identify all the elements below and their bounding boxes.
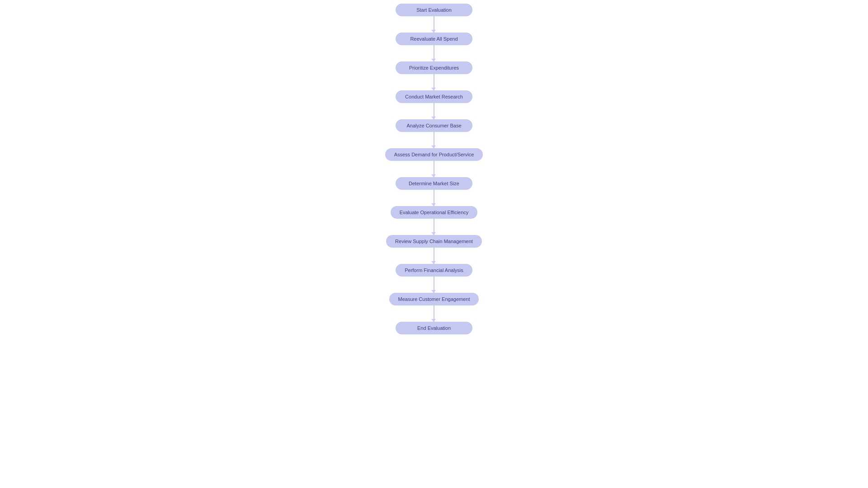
connector-9 (434, 248, 434, 264)
node-review-supply-chain[interactable]: Review Supply Chain Management (386, 235, 482, 248)
node-start-evaluation[interactable]: Start Evaluation (396, 4, 472, 16)
flowchart-container: Start Evaluation Reevaluate All Spend Pr… (0, 0, 868, 488)
node-assess-demand[interactable]: Assess Demand for Product/Service (385, 148, 483, 161)
node-prioritize-expenditures[interactable]: Prioritize Expenditures (396, 61, 472, 74)
node-analyze-consumer-base[interactable]: Analyze Consumer Base (396, 119, 472, 132)
connector-6 (434, 161, 434, 177)
connector-4 (434, 103, 434, 119)
connector-11 (434, 305, 434, 322)
node-determine-market-size[interactable]: Determine Market Size (396, 177, 472, 190)
connector-5 (434, 132, 434, 148)
connector-7 (434, 190, 434, 206)
connector-10 (434, 277, 434, 293)
node-conduct-market-research[interactable]: Conduct Market Research (396, 90, 472, 103)
node-reevaluate-all-spend[interactable]: Reevaluate All Spend (396, 33, 472, 45)
connector-3 (434, 74, 434, 90)
node-evaluate-operational-efficiency[interactable]: Evaluate Operational Efficiency (391, 206, 478, 219)
node-end-evaluation[interactable]: End Evaluation (396, 322, 472, 334)
connector-1 (434, 16, 434, 33)
connector-2 (434, 45, 434, 61)
node-perform-financial-analysis[interactable]: Perform Financial Analysis (396, 264, 472, 277)
connector-8 (434, 219, 434, 235)
node-measure-customer-engagement[interactable]: Measure Customer Engagement (389, 293, 479, 305)
